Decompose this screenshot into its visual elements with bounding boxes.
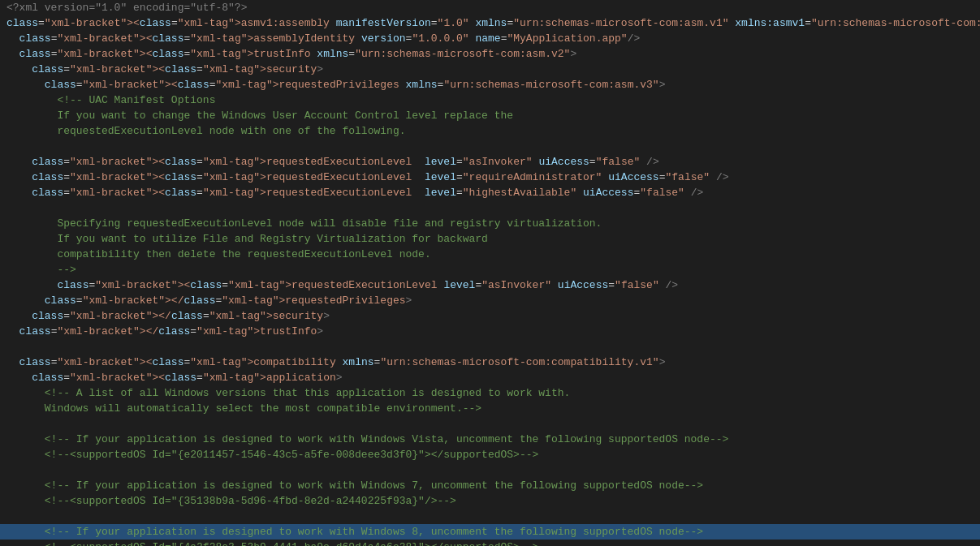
line-text-28 [0,416,980,432]
line-text-35: <!-- If your application is designed to … [0,524,980,540]
line-text-16: If you want to utilize File and Registry… [0,231,980,247]
line-text-36: <!--<supportedOS Id="{4a2f28e3-53b9-4441… [0,540,980,546]
line-text-19: class="xml-bracket"><class="xml-tag">req… [0,277,980,293]
line-text-34 [0,509,980,524]
code-line-32: <!-- If your application is designed to … [0,478,980,493]
line-text-10 [0,139,980,154]
code-line-19: class="xml-bracket"><class="xml-tag">req… [0,277,980,293]
code-line-16: If you want to utilize File and Registry… [0,231,980,247]
code-line-12: class="xml-bracket"><class="xml-tag">req… [0,170,980,185]
line-text-31 [0,462,980,478]
line-text-17: compatibility then delete the requestedE… [0,247,980,262]
line-text-29: <!-- If your application is designed to … [0,432,980,447]
code-line-28 [0,416,980,432]
line-text-2: class="xml-bracket"><class="xml-tag">asm… [0,15,980,31]
code-line-27: Windows will automatically select the mo… [0,401,980,416]
line-text-7: <!-- UAC Manifest Options [0,92,980,108]
code-line-30: <!--<supportedOS Id="{e2011457-1546-43c5… [0,447,980,462]
line-text-9: requestedExecutionLevel node with one of… [0,123,980,139]
code-line-25: class="xml-bracket"><class="xml-tag">app… [0,370,980,385]
code-line-18: --> [0,262,980,277]
line-text-13: class="xml-bracket"><class="xml-tag">req… [0,185,980,200]
code-line-8: If you want to change the Windows User A… [0,108,980,123]
code-line-9: requestedExecutionLevel node with one of… [0,123,980,139]
line-text-26: <!-- A list of all Windows versions that… [0,385,980,401]
line-text-30: <!--<supportedOS Id="{e2011457-1546-43c5… [0,447,980,462]
line-text-6: class="xml-bracket"><class="xml-tag">req… [0,77,980,92]
code-line-29: <!-- If your application is designed to … [0,432,980,447]
code-line-36: <!--<supportedOS Id="{4a2f28e3-53b9-4441… [0,540,980,546]
code-line-1: <?xml version="1.0" encoding="utf-8"?> [0,0,980,15]
code-line-3: class="xml-bracket"><class="xml-tag">ass… [0,31,980,46]
code-line-20: class="xml-bracket"></class="xml-tag">re… [0,293,980,308]
code-line-35: <!-- If your application is designed to … [0,524,980,540]
code-line-5: class="xml-bracket"><class="xml-tag">sec… [0,62,980,77]
line-text-20: class="xml-bracket"></class="xml-tag">re… [0,293,980,308]
code-line-26: <!-- A list of all Windows versions that… [0,385,980,401]
code-line-10 [0,139,980,154]
line-text-22: class="xml-bracket"></class="xml-tag">tr… [0,324,980,339]
code-line-31 [0,462,980,478]
code-line-4: class="xml-bracket"><class="xml-tag">tru… [0,46,980,62]
code-line-15: Specifying requestedExecutionLevel node … [0,216,980,231]
line-text-18: --> [0,262,980,277]
code-line-21: class="xml-bracket"></class="xml-tag">se… [0,308,980,324]
code-line-2: class="xml-bracket"><class="xml-tag">asm… [0,15,980,31]
line-text-27: Windows will automatically select the mo… [0,401,980,416]
line-text-32: <!-- If your application is designed to … [0,478,980,493]
line-text-5: class="xml-bracket"><class="xml-tag">sec… [0,62,980,77]
code-line-17: compatibility then delete the requestedE… [0,247,980,262]
code-line-34 [0,509,980,524]
line-text-33: <!--<supportedOS Id="{35138b9a-5d96-4fbd… [0,493,980,509]
line-text-8: If you want to change the Windows User A… [0,108,980,123]
code-editor[interactable]: <?xml version="1.0" encoding="utf-8"?>cl… [0,0,980,546]
code-line-6: class="xml-bracket"><class="xml-tag">req… [0,77,980,92]
line-text-24: class="xml-bracket"><class="xml-tag">com… [0,355,980,370]
line-text-21: class="xml-bracket"></class="xml-tag">se… [0,308,980,324]
line-text-4: class="xml-bracket"><class="xml-tag">tru… [0,46,980,62]
line-text-14 [0,200,980,216]
code-line-13: class="xml-bracket"><class="xml-tag">req… [0,185,980,200]
line-text-12: class="xml-bracket"><class="xml-tag">req… [0,170,980,185]
code-line-7: <!-- UAC Manifest Options [0,92,980,108]
code-line-14 [0,200,980,216]
line-text-25: class="xml-bracket"><class="xml-tag">app… [0,370,980,385]
line-text-1: <?xml version="1.0" encoding="utf-8"?> [0,0,980,15]
code-line-33: <!--<supportedOS Id="{35138b9a-5d96-4fbd… [0,493,980,509]
line-text-11: class="xml-bracket"><class="xml-tag">req… [0,154,980,170]
code-pre: <?xml version="1.0" encoding="utf-8"?>cl… [0,0,980,546]
code-line-23 [0,339,980,355]
line-text-23 [0,339,980,355]
line-text-15: Specifying requestedExecutionLevel node … [0,216,980,231]
line-text-3: class="xml-bracket"><class="xml-tag">ass… [0,31,980,46]
code-line-22: class="xml-bracket"></class="xml-tag">tr… [0,324,980,339]
code-line-11: class="xml-bracket"><class="xml-tag">req… [0,154,980,170]
code-content: <?xml version="1.0" encoding="utf-8"?>cl… [0,0,980,546]
code-line-24: class="xml-bracket"><class="xml-tag">com… [0,355,980,370]
